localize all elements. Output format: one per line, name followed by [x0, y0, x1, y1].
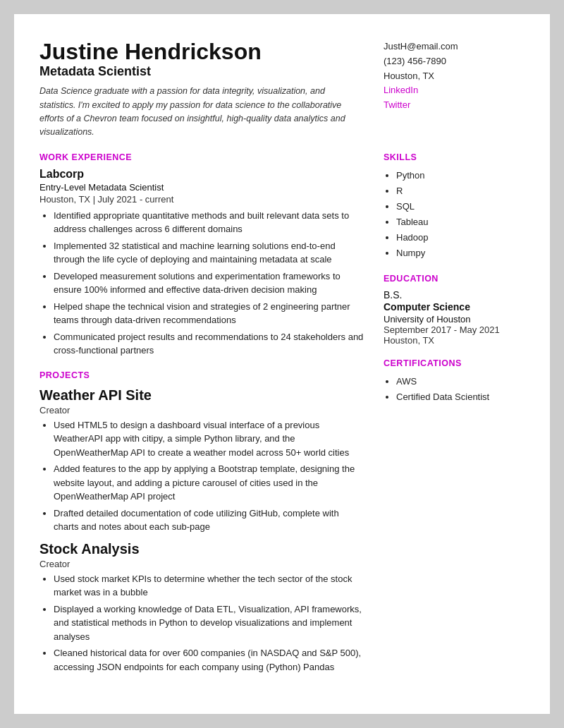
project-weather-api: Weather API Site Creator Used HTML5 to d… [39, 387, 364, 534]
skill-item: SQL [396, 199, 525, 214]
cert-item: Certified Data Scientist [396, 389, 525, 405]
work-experience-heading: WORK EXPERIENCE [39, 152, 364, 162]
project-role-2: Creator [39, 559, 364, 569]
job-location-date: Houston, TX | July 2021 - current [39, 194, 364, 205]
job-bullet: Developed measurement solutions and expe… [54, 269, 364, 297]
contact-location: Houston, TX [384, 69, 525, 84]
edu-location: Houston, TX [384, 335, 525, 346]
edu-major: Computer Science [384, 301, 525, 313]
project-bullet: Drafted detailed documentation of code u… [54, 506, 364, 534]
top-section: Justine Hendrickson Metadata Scientist D… [39, 40, 525, 140]
skills-heading: SKILLS [384, 152, 525, 162]
cert-item: AWS [396, 374, 525, 389]
job-bullet: Communicated project results and recomme… [54, 330, 364, 358]
edu-school: University of Houston [384, 314, 525, 324]
linkedin-link[interactable]: LinkedIn [384, 83, 525, 98]
skills-list: Python R SQL Tableau Hadoop Numpy [384, 168, 525, 262]
candidate-title: Metadata Scientist [39, 64, 362, 79]
twitter-link[interactable]: Twitter [384, 98, 525, 113]
project-bullets: Used HTML5 to design a dashboard visual … [39, 418, 364, 534]
edu-dates: September 2017 - May 2021 [384, 324, 525, 335]
skill-item: R [396, 183, 525, 199]
skill-item: Hadoop [396, 230, 525, 245]
education-heading: EDUCATION [384, 274, 525, 284]
project-bullet: Cleaned historical data for over 600 com… [54, 646, 364, 674]
project-bullet: Displayed a working knowledge of Data ET… [54, 602, 364, 644]
project-stock-analysis: Stock Analysis Creator Used stock market… [39, 541, 364, 674]
right-column: SKILLS Python R SQL Tableau Hadoop Numpy… [384, 152, 525, 680]
projects-heading: PROJECTS [39, 370, 364, 380]
resume-page: Justine Hendrickson Metadata Scientist D… [14, 14, 550, 714]
job-bullet: Identified appropriate quantitative meth… [54, 209, 364, 236]
edu-degree: B.S. [384, 289, 525, 301]
top-left: Justine Hendrickson Metadata Scientist D… [39, 40, 384, 140]
main-body: WORK EXPERIENCE Labcorp Entry-Level Meta… [39, 152, 525, 680]
project-role: Creator [39, 405, 364, 415]
left-column: WORK EXPERIENCE Labcorp Entry-Level Meta… [39, 152, 384, 680]
contact-phone: (123) 456-7890 [384, 54, 525, 69]
candidate-name: Justine Hendrickson [39, 40, 362, 64]
project-bullets-2: Used stock market KPIs to determine whet… [39, 572, 364, 674]
candidate-summary: Data Science graduate with a passion for… [39, 85, 362, 140]
job-bullets: Identified appropriate quantitative meth… [39, 209, 364, 358]
job-title: Entry-Level Metadata Scientist [39, 182, 364, 193]
contact-info: JustH@email.com (123) 456-7890 Houston, … [384, 40, 525, 113]
project-bullet: Added features to the app by applying a … [54, 462, 364, 504]
project-name: Weather API Site [39, 387, 364, 404]
skill-item: Tableau [396, 214, 525, 230]
certifications-list: AWS Certified Data Scientist [384, 374, 525, 405]
education-block: B.S. Computer Science University of Hous… [384, 289, 525, 346]
project-bullet: Used HTML5 to design a dashboard visual … [54, 418, 364, 460]
project-name-2: Stock Analysis [39, 541, 364, 557]
contact-email: JustH@email.com [384, 40, 525, 54]
job-bullet: Helped shape the technical vision and st… [54, 300, 364, 327]
work-experience-labcorp: Labcorp Entry-Level Metadata Scientist H… [39, 168, 364, 358]
skill-item: Numpy [396, 245, 525, 261]
certifications-heading: CERTIFICATIONS [384, 358, 525, 368]
project-bullet: Used stock market KPIs to determine whet… [54, 572, 364, 600]
job-bullet: Implemented 32 statistical and machine l… [54, 239, 364, 267]
company-name: Labcorp [39, 168, 364, 181]
skill-item: Python [396, 168, 525, 183]
